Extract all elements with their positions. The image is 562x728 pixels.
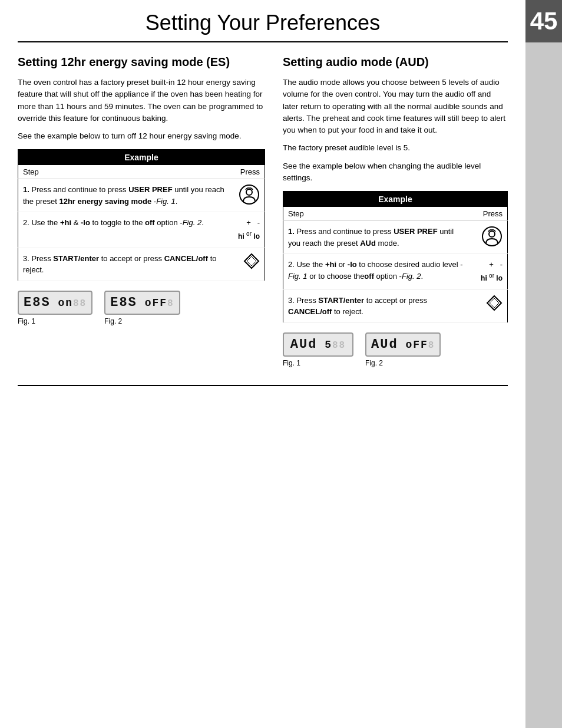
right-section-heading: Setting audio mode (AUD): [283, 54, 508, 70]
left-section-heading: Setting 12hr energy saving mode (ES): [18, 54, 265, 70]
right-body3: See the example below when changing the …: [283, 160, 508, 185]
left-step-1-press: [230, 179, 265, 212]
right-fig2: AUd oFF8 Fig. 2: [365, 332, 441, 367]
svg-point-1: [246, 189, 252, 195]
right-step-3-text: 3. Press START/enter to accept or press …: [283, 289, 472, 322]
plus-minus-display-right: + - hi or lo: [477, 259, 503, 285]
right-step-3: 3. Press START/enter to accept or press …: [283, 289, 508, 322]
right-step-3-press: [472, 289, 508, 322]
two-col-layout: Setting 12hr energy saving mode (ES) The…: [18, 54, 508, 367]
right-fig2-label: Fig. 2: [365, 359, 383, 367]
left-step-1: 1. Press and continue to press USER PREF…: [18, 179, 265, 212]
left-figures-row: E8S on88 Fig. 1 E8S oFF8 Fig. 2: [18, 291, 265, 325]
user-pref-icon-2: [481, 226, 503, 247]
left-col-step: Step: [18, 165, 230, 179]
right-body2: The factory preset audible level is 5.: [283, 142, 508, 154]
left-col-press: Press: [230, 165, 265, 179]
left-example-header-cell: Example: [18, 150, 265, 166]
right-step-2: 2. Use the +hi or -lo to choose desired …: [283, 254, 508, 290]
svg-point-5: [489, 231, 495, 237]
user-pref-icon-1: [239, 184, 260, 205]
right-fig1: AUd 588 Fig. 1: [283, 332, 353, 367]
right-example-table: Example Step Press 1. Press and continue…: [283, 191, 508, 323]
right-step-2-text: 2. Use the +hi or -lo to choose desired …: [283, 254, 472, 290]
right-step-1-press: [472, 221, 508, 254]
left-fig2-label: Fig. 2: [104, 317, 122, 325]
left-fig1-display: E8S on88: [18, 291, 92, 315]
left-body1: The oven control has a factory preset bu…: [18, 77, 265, 124]
plus-minus-display-left: + - hi or lo: [234, 217, 260, 243]
left-table-header: Example: [18, 150, 265, 166]
right-col-press: Press: [472, 207, 508, 221]
right-table-subheader: Step Press: [283, 207, 508, 221]
left-step-2-press: + - hi or lo: [230, 212, 265, 248]
right-step-1: 1. Press and continue to press USER PREF…: [283, 221, 508, 254]
right-step-1-text: 1. Press and continue to press USER PREF…: [283, 221, 472, 254]
page-title: Setting Your Preferences: [146, 11, 380, 35]
right-fig1-label: Fig. 1: [283, 359, 300, 367]
page-number: 45: [530, 7, 558, 35]
start-icon-right: [486, 295, 503, 311]
left-step-3-press: [230, 248, 265, 281]
left-body2: See the example below to turn off 12 hou…: [18, 130, 265, 142]
left-step-2-text: 2. Use the +hi & -lo to toggle to the of…: [18, 212, 230, 248]
left-table-subheader: Step Press: [18, 165, 265, 179]
right-fig2-display: AUd oFF8: [365, 332, 441, 357]
right-body1: The audio mode allows you choose between…: [283, 77, 508, 136]
gray-sidebar: [525, 0, 562, 728]
right-table-header: Example: [283, 192, 508, 207]
left-column: Setting 12hr energy saving mode (ES) The…: [18, 54, 265, 325]
left-step-1-text: 1. Press and continue to press USER PREF…: [18, 179, 230, 212]
right-figures-row: AUd 588 Fig. 1 AUd oFF8 Fig. 2: [283, 332, 508, 367]
right-step-2-press: + - hi or lo: [472, 254, 508, 290]
left-fig2-display: E8S oFF8: [104, 291, 180, 315]
right-fig1-display: AUd 588: [283, 332, 353, 357]
right-col-step: Step: [283, 207, 472, 221]
right-example-header-cell: Example: [283, 192, 508, 207]
page-number-box: 45: [525, 0, 562, 42]
left-fig2: E8S oFF8 Fig. 2: [104, 291, 180, 325]
left-step-3-text: 3. Press START/enter to accept or press …: [18, 248, 230, 281]
left-step-2: 2. Use the +hi & -lo to toggle to the of…: [18, 212, 265, 248]
bottom-divider: [18, 385, 508, 386]
right-column: Setting audio mode (AUD) The audio mode …: [283, 54, 508, 367]
left-fig1-label: Fig. 1: [18, 317, 35, 325]
left-fig1: E8S on88 Fig. 1: [18, 291, 92, 325]
title-divider: [18, 41, 508, 42]
left-step-3: 3. Press START/enter to accept or press …: [18, 248, 265, 281]
title-area: Setting Your Preferences: [18, 0, 508, 41]
left-example-table: Example Step Press 1. Press and continue…: [18, 149, 265, 281]
start-icon-left: [243, 253, 260, 269]
